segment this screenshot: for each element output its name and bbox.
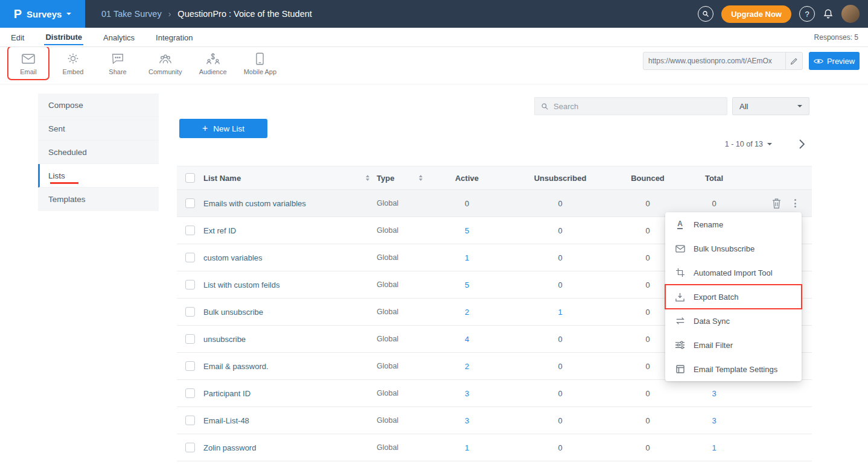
survey-nav-tabs: Edit Distribute Analytics Integration Re… <box>0 28 868 47</box>
row-checkbox[interactable] <box>185 388 195 398</box>
toolbar-item-embed[interactable]: Embed <box>53 47 93 79</box>
menu-item-email-filter[interactable]: Email Filter <box>665 333 802 357</box>
embed-gear-icon <box>67 52 79 65</box>
column-header-list-name[interactable]: List Name <box>203 174 377 183</box>
breadcrumb-survey-link[interactable]: 01 Take Survey <box>101 9 162 19</box>
sidebar-item-label: Lists <box>48 171 65 180</box>
table-header-row: List Name Type Active Unsubscribed Bounc… <box>177 166 812 190</box>
active-count[interactable]: 2 <box>465 308 469 317</box>
tab-integration[interactable]: Integration <box>155 30 194 45</box>
user-avatar[interactable] <box>841 5 860 23</box>
list-name-link[interactable]: List with custom feilds <box>203 280 279 289</box>
column-header-label: List Name <box>203 174 241 183</box>
eye-icon <box>814 58 823 65</box>
search-button[interactable] <box>698 6 713 22</box>
total-count[interactable]: 1 <box>712 443 716 452</box>
responses-count: Responses: 5 <box>814 33 858 42</box>
search-input[interactable] <box>549 102 727 111</box>
surveys-product-switcher[interactable]: P Surveys <box>0 0 85 28</box>
menu-item-export-batch[interactable]: Export Batch <box>665 285 802 309</box>
row-checkbox[interactable] <box>185 280 195 289</box>
unsubscribed-count: 0 <box>558 199 562 208</box>
total-count[interactable]: 3 <box>712 389 716 398</box>
bounced-count: 0 <box>645 226 649 235</box>
row-checkbox[interactable] <box>185 334 195 344</box>
unsubscribed-count: 0 <box>558 416 562 425</box>
menu-item-label: Export Batch <box>694 293 738 302</box>
row-menu-kebab-icon[interactable] <box>792 197 799 210</box>
sidebar-item-templates[interactable]: Templates <box>38 188 159 211</box>
list-type: Global <box>377 416 398 425</box>
row-checkbox[interactable] <box>185 416 195 425</box>
list-name-link[interactable]: Zolin password <box>203 443 256 452</box>
tab-edit[interactable]: Edit <box>10 30 25 45</box>
active-count[interactable]: 5 <box>465 226 469 235</box>
sidebar-item-label: Templates <box>48 195 86 204</box>
unsubscribed-count[interactable]: 1 <box>558 308 562 317</box>
unsubscribed-count: 0 <box>558 280 562 289</box>
crop-import-icon <box>675 268 685 277</box>
menu-item-rename[interactable]: A Rename <box>665 212 802 236</box>
toolbar-item-email[interactable]: Email <box>8 47 48 79</box>
sidebar-item-lists[interactable]: Lists <box>38 164 159 188</box>
list-name-link[interactable]: Email-List-48 <box>203 416 249 425</box>
preview-button[interactable]: Preview <box>809 52 860 70</box>
row-checkbox[interactable] <box>185 253 195 262</box>
active-count[interactable]: 3 <box>465 416 469 425</box>
help-button[interactable]: ? <box>799 6 815 22</box>
toolbar-item-community[interactable]: Community <box>142 47 188 79</box>
list-name-link[interactable]: Email & password. <box>203 362 269 371</box>
sidebar-item-compose[interactable]: Compose <box>38 93 159 117</box>
bounced-count: 0 <box>645 362 649 371</box>
menu-item-email-template-settings[interactable]: Email Template Settings <box>665 357 802 381</box>
edit-url-button[interactable] <box>785 52 802 69</box>
delete-list-button[interactable] <box>772 198 781 209</box>
row-checkbox[interactable] <box>185 307 195 317</box>
list-name-link[interactable]: Participant ID <box>203 389 251 398</box>
row-checkbox[interactable] <box>185 226 195 235</box>
toolbar-item-mobile-app[interactable]: Mobile App <box>238 47 282 79</box>
trash-icon <box>772 198 781 209</box>
preview-label: Preview <box>827 57 855 66</box>
tab-analytics[interactable]: Analytics <box>102 30 136 45</box>
sort-icon[interactable] <box>366 175 369 181</box>
list-name-link[interactable]: unsubscribe <box>203 335 246 344</box>
active-count[interactable]: 1 <box>465 443 469 452</box>
list-name-link[interactable]: Bulk unsubscribe <box>203 308 263 317</box>
sort-icon[interactable] <box>419 175 423 181</box>
column-header-type[interactable]: Type <box>377 174 425 183</box>
list-filter-dropdown[interactable]: All <box>732 97 809 115</box>
active-count[interactable]: 1 <box>465 253 469 262</box>
next-page-button[interactable] <box>799 139 805 149</box>
select-all-checkbox[interactable] <box>185 173 195 183</box>
toolbar-item-share[interactable]: Share <box>98 47 138 79</box>
notifications-button[interactable] <box>823 8 834 19</box>
list-name-link[interactable]: Ext ref ID <box>203 226 236 235</box>
new-list-button[interactable]: + New List <box>179 119 267 138</box>
upgrade-now-button[interactable]: Upgrade Now <box>721 5 791 23</box>
list-name-link[interactable]: custom variables <box>203 253 263 262</box>
active-count[interactable]: 5 <box>465 280 469 289</box>
unsubscribed-count: 0 <box>558 253 562 262</box>
pagination-range-dropdown[interactable]: 1 - 10 of 13 <box>725 140 772 148</box>
survey-url-field[interactable]: https://www.questionpro.com/t/AEmOx <box>643 52 803 70</box>
row-checkbox[interactable] <box>185 361 195 371</box>
menu-item-automated-import-tool[interactable]: Automated Import Tool <box>665 261 802 285</box>
sidebar-item-sent[interactable]: Sent <box>38 117 159 141</box>
rename-icon: A <box>675 220 685 229</box>
sidebar-item-scheduled[interactable]: Scheduled <box>38 141 159 164</box>
envelope-icon <box>675 245 685 253</box>
active-count[interactable]: 3 <box>465 389 469 398</box>
row-checkbox[interactable] <box>185 443 195 452</box>
menu-item-data-sync[interactable]: Data Sync <box>665 309 802 333</box>
tab-distribute[interactable]: Distribute <box>44 29 83 45</box>
row-checkbox[interactable] <box>185 198 195 208</box>
list-name-link[interactable]: Emails with custom varialbles <box>203 199 306 208</box>
toolbar-item-audience[interactable]: Audience <box>193 47 233 79</box>
active-count[interactable]: 2 <box>465 362 469 371</box>
list-type: Global <box>377 335 398 343</box>
menu-item-bulk-unsubscribe[interactable]: Bulk Unsubscribe <box>665 236 802 261</box>
total-count[interactable]: 3 <box>712 416 716 425</box>
bounced-count: 0 <box>645 416 649 425</box>
active-count[interactable]: 4 <box>465 335 469 344</box>
